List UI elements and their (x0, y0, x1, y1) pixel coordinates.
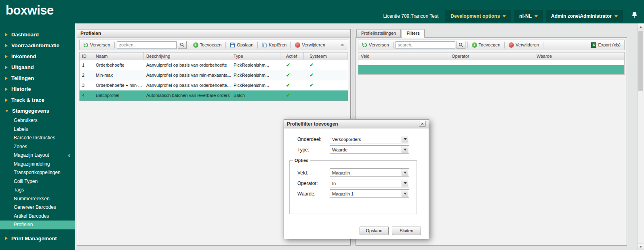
add-button[interactable]: + Toevoegen (191, 42, 224, 48)
scrollbar-thumb[interactable] (638, 31, 643, 91)
add-icon: + (193, 42, 198, 48)
table-row[interactable]: 2 Min-max Aanvulprofiel op basis van min… (80, 70, 348, 80)
column-header-waarde[interactable]: Waarde (534, 53, 624, 60)
copy-button[interactable]: Kopiëren (260, 42, 288, 48)
sidebar-item-uitgaand[interactable]: Uitgaand (0, 62, 75, 73)
development-options-menu[interactable]: Development options (445, 10, 511, 22)
search-button[interactable] (457, 41, 465, 49)
close-button[interactable]: Sluiten (392, 227, 421, 235)
panel-title: Profielen (77, 29, 350, 38)
table-row-selected[interactable]: 4 Batchprofiel Automatisch batchen van l… (80, 90, 348, 101)
onderdeel-value: Verkooporders (332, 137, 361, 142)
cell-naam: Orderbehoefte (93, 60, 144, 70)
admin-zone-label: Admin zone\Administrator (551, 13, 612, 19)
sidebar-item-magazijn-layout[interactable]: Magazijn Layout (0, 151, 75, 160)
column-header-operator[interactable]: Operator (449, 53, 534, 60)
type-select[interactable]: Waarde (330, 145, 409, 154)
operator-value: In (332, 181, 336, 186)
tab-profielinstellingen[interactable]: Profielinstellingen (356, 29, 401, 38)
delete-icon: − (295, 42, 300, 48)
sidebar-item-profielen[interactable]: Profielen (0, 221, 75, 229)
waarde-select[interactable]: Magazijn 1 (330, 189, 409, 198)
dialog-titlebar[interactable]: Profielfilter toevoegen × (284, 120, 429, 128)
search-input[interactable] (117, 41, 177, 49)
vertical-scrollbar[interactable]: ▲ ▼ (637, 23, 644, 250)
sidebar-item-gebruikers[interactable]: Gebruikers (0, 116, 75, 125)
sidebar-item-stamgegevens[interactable]: Stamgegevens (0, 105, 75, 116)
cell-naam: Orderbehoefte + min-... (93, 80, 144, 90)
dropdown-button[interactable] (402, 169, 408, 176)
sidebar-item-nummerreeksen[interactable]: Nummerreeksen (0, 195, 75, 204)
sidebar-item-colli-typen[interactable]: Colli Typen (0, 177, 75, 186)
notifications-bell-icon[interactable] (631, 11, 638, 20)
save-button[interactable]: Opslaan (228, 42, 255, 48)
onderdeel-select[interactable]: Verkooporders (330, 135, 409, 143)
column-header-type[interactable]: Type (231, 53, 280, 60)
veld-select[interactable]: Magazijn (330, 168, 409, 177)
sidebar-item-artikel-barcodes[interactable]: Artikel Barcodes (0, 212, 75, 221)
table-row-selected[interactable] (358, 65, 624, 74)
check-icon: ✔ (286, 82, 290, 88)
delete-icon: − (509, 42, 514, 48)
dropdown-button[interactable] (402, 180, 408, 187)
table-header: ID Naam Beschrijving Type Actief Systeem (80, 53, 348, 60)
table-row[interactable] (358, 60, 624, 65)
column-header-actief[interactable]: Actief (280, 53, 304, 60)
sidebar-item-zones[interactable]: Zones (0, 143, 75, 151)
sidebar-item-inkomend[interactable]: Inkomend (0, 51, 75, 62)
column-header-beschrijving[interactable]: Beschrijving (144, 53, 231, 60)
add-button[interactable]: + Toevoegen (470, 42, 503, 48)
dropdown-button[interactable] (402, 190, 408, 197)
locale-menu[interactable]: nl-NL (514, 10, 543, 22)
panel-tabs: Profielinstellingen Filters (356, 29, 627, 38)
dropdown-button[interactable] (402, 136, 408, 143)
chevron-right-icon (5, 44, 8, 47)
chevron-right-icon (5, 77, 8, 80)
chevron-down-icon (5, 110, 8, 112)
sidebar-item-track-trace[interactable]: Track & trace (0, 95, 75, 105)
refresh-button[interactable]: Verversen (360, 42, 391, 48)
tab-filters[interactable]: Filters (402, 29, 425, 38)
column-header-veld[interactable]: Veld (358, 53, 449, 60)
sidebar-item-barcode-instructies[interactable]: Barcode Instructies (0, 134, 75, 143)
cell-id: 2 (80, 70, 93, 80)
column-header-id[interactable]: ID (80, 53, 93, 60)
sidebar-item-dashboard[interactable]: Dashboard (0, 29, 75, 40)
sidebar-item-print-management[interactable]: Print Management (0, 233, 75, 244)
column-header-systeem[interactable]: Systeem (304, 53, 348, 60)
sidebar-item-tags[interactable]: Tags (0, 186, 75, 195)
delete-button[interactable]: − Verwijderen (293, 42, 327, 48)
save-button[interactable]: Opslaan (360, 227, 389, 235)
scroll-up-icon[interactable]: ▲ (638, 23, 644, 30)
sidebar-item-voorraadinformatie[interactable]: Voorraadinformatie (0, 40, 75, 51)
cell-naam: Batchprofiel (93, 90, 144, 100)
development-options-label: Development options (450, 13, 500, 19)
cell-systeem: ✔ (304, 80, 348, 90)
refresh-button[interactable]: Verversen (81, 42, 112, 48)
close-icon[interactable]: × (419, 121, 426, 127)
scroll-down-icon[interactable]: ▼ (638, 243, 644, 250)
column-header-naam[interactable]: Naam (93, 53, 144, 60)
search-button[interactable] (178, 41, 187, 49)
type-field-row: Type: Waarde (284, 145, 429, 154)
sidebar-item-tellingen[interactable]: Tellingen (0, 73, 75, 84)
sidebar-item-labels[interactable]: Labels (0, 125, 75, 134)
export-xls-button[interactable]: X Export (xls) (589, 42, 623, 48)
sidebar-item-genereer-barcodes[interactable]: Genereer Barcodes (0, 203, 75, 212)
chevron-down-icon (404, 182, 407, 184)
waarde-field-row: Waarde: Magazijn 1 (290, 189, 417, 198)
sidebar-item-transportkoppelingen[interactable]: Transportkoppelingen (0, 168, 75, 177)
operator-select[interactable]: In (330, 179, 409, 187)
sidebar-item-magazijnindeling[interactable]: Magazijnindeling (0, 160, 75, 169)
dropdown-button[interactable] (402, 146, 408, 153)
toolbar-overflow-button[interactable]: » (339, 42, 346, 48)
table-row[interactable]: 3 Orderbehoefte + min-... Aanvulprofiel … (80, 80, 348, 90)
search-input[interactable] (396, 41, 455, 49)
admin-zone-menu[interactable]: Admin zone\Administrator (546, 10, 623, 22)
cell-beschrijving: Automatisch batchen van leverbare orders (144, 90, 231, 100)
sidebar-collapse-icon[interactable]: ‹ (68, 153, 70, 158)
delete-button[interactable]: − Verwijderen (507, 42, 541, 48)
sidebar-item-historie[interactable]: Historie (0, 84, 75, 95)
toolbar-separator (257, 42, 258, 48)
table-row[interactable]: 1 Orderbehoefte Aanvulprofiel op basis v… (80, 60, 348, 70)
